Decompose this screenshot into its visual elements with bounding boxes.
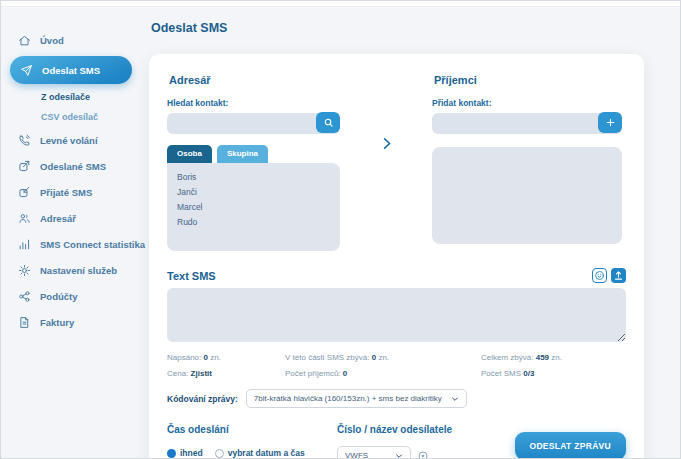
address-book-panel: Adresář Hledat kontakt: Osoba Skupina	[167, 74, 340, 251]
sidebar: Úvod Odeslat SMS Z odesílače CSV odesíla…	[1, 1, 141, 458]
sidebar-item-odeslat-sms[interactable]: Odeslat SMS	[10, 56, 132, 84]
sms-text-input[interactable]	[167, 288, 626, 342]
sidebar-item-label: Adresář	[40, 213, 76, 224]
sidebar-item-prijate-sms[interactable]: Přijaté SMS	[1, 179, 141, 205]
emoji-icon	[594, 270, 605, 281]
info-icon[interactable]	[417, 450, 429, 459]
sidebar-item-label: Přijaté SMS	[40, 187, 92, 198]
paper-plane-icon	[19, 63, 33, 77]
sidebar-item-label: Podúčty	[40, 291, 77, 302]
home-icon	[17, 33, 31, 47]
stat-price: Cena: Zjistit	[167, 369, 285, 378]
sidebar-item-label: SMS Connect statistika	[40, 239, 145, 250]
send-message-button[interactable]: ODESLAT ZPRÁVU	[515, 432, 627, 459]
sidebar-item-poducty[interactable]: Podúčty	[1, 283, 141, 309]
stat-part-remaining: V této části SMS zbývá: 0 zn.	[285, 353, 481, 362]
statistics-icon	[17, 237, 31, 251]
message-received-icon	[17, 185, 31, 199]
send-time-heading: Čas odeslání	[167, 424, 337, 435]
recipients-heading: Příjemci	[434, 74, 622, 86]
sender-select[interactable]: VWFS	[337, 446, 411, 459]
upload-button[interactable]	[611, 268, 626, 283]
sender-heading: Číslo / název odesílatele	[337, 424, 477, 435]
send-sms-card: Adresář Hledat kontakt: Osoba Skupina	[149, 54, 644, 459]
add-contact-input[interactable]	[432, 113, 622, 134]
sidebar-item-label: Nastavení služeb	[40, 265, 117, 276]
contact-item[interactable]: Marcel	[177, 200, 330, 215]
sidebar-item-adresar[interactable]: Adresář	[1, 205, 141, 231]
emoji-button[interactable]	[592, 268, 607, 283]
sidebar-item-label: Úvod	[40, 35, 64, 46]
radio-send-scheduled[interactable]: vybrat datum a čas	[215, 448, 305, 458]
stat-recipient-count: Počet příjemců: 0	[285, 369, 481, 378]
sidebar-subitem-z-odesilace[interactable]: Z odesílače	[1, 87, 141, 107]
contact-item[interactable]: Rudo	[177, 215, 330, 230]
sidebar-item-uvod[interactable]: Úvod	[1, 27, 141, 53]
radio-unchecked-icon	[215, 449, 224, 458]
tab-person[interactable]: Osoba	[167, 145, 212, 163]
sidebar-item-label: Levné volání	[40, 135, 98, 146]
encoding-select[interactable]: 7bit-krátká hlavička (160/153zn.) + sms …	[246, 389, 467, 408]
recipients-list[interactable]	[432, 147, 622, 244]
chevron-down-icon	[395, 452, 403, 459]
sender-group: Číslo / název odesílatele VWFS	[337, 424, 477, 459]
price-check-link[interactable]: Zjistit	[191, 369, 212, 378]
search-contact-input[interactable]	[167, 113, 340, 134]
page-title: Odeslat SMS	[151, 21, 680, 35]
invoice-icon	[17, 315, 31, 329]
phone-icon	[17, 133, 31, 147]
move-to-recipients-control[interactable]	[340, 74, 432, 251]
radio-checked-icon	[167, 449, 176, 458]
sms-stats: Napsáno: 0 zn. V této části SMS zbývá: 0…	[167, 353, 626, 378]
gear-icon	[17, 263, 31, 277]
contact-list[interactable]: Boris Janči Marcel Rudo	[167, 163, 340, 251]
sidebar-item-label: Odeslat SMS	[42, 65, 100, 76]
add-contact-label: Přidat kontakt:	[432, 98, 622, 108]
top-strip	[1, 1, 680, 7]
stat-total-remaining: Celkem zbývá: 459 zn.	[481, 353, 626, 362]
contacts-icon	[17, 211, 31, 225]
tab-group[interactable]: Skupina	[217, 145, 268, 163]
search-contact-label: Hledat kontakt:	[167, 98, 340, 108]
sidebar-item-levne-volani[interactable]: Levné volání	[1, 127, 141, 153]
search-icon	[323, 117, 334, 128]
subaccounts-icon	[17, 289, 31, 303]
sidebar-item-label: Odeslané SMS	[40, 161, 106, 172]
sidebar-item-nastaveni-sluzeb[interactable]: Nastavení služeb	[1, 257, 141, 283]
contact-item[interactable]: Boris	[177, 170, 330, 185]
chevron-right-icon	[379, 136, 394, 251]
recipients-panel: Příjemci Přidat kontakt:	[432, 74, 622, 251]
stat-sms-count: Počet SMS 0/3	[481, 369, 626, 378]
sidebar-item-sms-connect-statistika[interactable]: SMS Connect statistika	[1, 231, 141, 257]
radio-send-now[interactable]: ihned	[167, 448, 203, 458]
chevron-down-icon	[451, 395, 459, 403]
upload-icon	[613, 270, 624, 281]
sidebar-item-faktury[interactable]: Faktury	[1, 309, 141, 335]
address-book-heading: Adresář	[169, 74, 340, 86]
encoding-label: Kódování zprávy:	[167, 394, 238, 404]
text-sms-heading: Text SMS	[167, 270, 216, 282]
add-contact-button[interactable]	[598, 112, 622, 133]
sidebar-subitem-csv-odesilac[interactable]: CSV odesílač	[1, 107, 141, 127]
stat-written: Napsáno: 0 zn.	[167, 353, 285, 362]
plus-icon	[605, 117, 616, 128]
sidebar-item-odeslane-sms[interactable]: Odeslané SMS	[1, 153, 141, 179]
app-window: Úvod Odeslat SMS Z odesílače CSV odesíla…	[0, 0, 681, 459]
contact-item[interactable]: Janči	[177, 185, 330, 200]
sidebar-item-label: Faktury	[40, 317, 74, 328]
main-content: Odeslat SMS Adresář Hledat kontakt:	[141, 1, 680, 458]
send-time-group: Čas odeslání ihned vybrat datum a čas	[167, 424, 337, 459]
search-button[interactable]	[316, 112, 340, 133]
message-sent-icon	[17, 159, 31, 173]
